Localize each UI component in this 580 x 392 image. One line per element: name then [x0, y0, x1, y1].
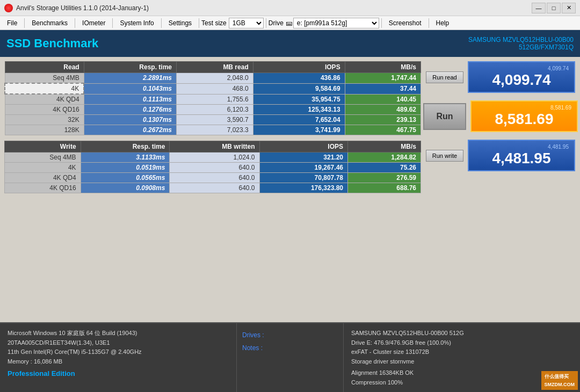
table-row: 4K QD4 0.0565ms 640.0 70,807.78 276.59: [5, 173, 421, 183]
menu-sep-6: [266, 18, 266, 28]
run-total-row: Run 8,581.69 8,581.69: [423, 100, 578, 132]
iops-col-header: IOPS: [253, 62, 345, 73]
mb-cell: 1,755.6: [177, 94, 253, 105]
drive-detail-5: Alignment 16384KB OK: [351, 368, 572, 378]
mb-cell: 3,590.7: [177, 115, 253, 125]
run-read-row: Run read 4,099.74 4,099.74: [425, 61, 576, 93]
drive-detail-6: Compression 100%: [351, 378, 572, 388]
resp-time-cell: 0.1113ms: [84, 94, 176, 105]
sys-info-text: Microsoft Windows 10 家庭版 64 位 Build (190…: [8, 329, 229, 366]
table-row: 4K QD16 0.0908ms 640.0 176,323.80 688.76: [5, 183, 421, 193]
table-row: 4K QD16 0.1276ms 6,120.3 125,343.13 489.…: [5, 105, 421, 115]
mbs-cell: 239.13: [345, 115, 421, 125]
mbs-col-header-w: MB/s: [347, 141, 421, 153]
mbs-cell: 75.26: [347, 163, 421, 173]
table-row: 4K QD4 0.1113ms 1,755.6 35,954.75 140.45: [5, 94, 421, 105]
menu-sep-4: [161, 18, 162, 28]
resp-time-cell: 0.1276ms: [84, 105, 176, 115]
drive-detail-2: Drive E: 476.9/476.9GB free (100.0%): [351, 338, 572, 348]
menu-sep-1: [24, 18, 25, 28]
resp-time-cell: 3.1133ms: [81, 153, 170, 163]
drive-detail-3: exFAT - Cluster size 131072B: [351, 347, 572, 357]
resp-time-cell: 0.1307ms: [84, 115, 176, 125]
read-score-box: 4,099.74 4,099.74: [468, 61, 575, 93]
mb-written-col-header: MB written: [170, 141, 259, 153]
total-score-box: 8,581.69 8,581.69: [470, 100, 578, 132]
title-bar: Anvil's Storage Utilities 1.1.0 (2014-Ja…: [0, 0, 580, 16]
iops-col-header-w: IOPS: [259, 141, 347, 153]
menu-iometer[interactable]: IOmeter: [77, 17, 110, 29]
window-title: Anvil's Storage Utilities 1.1.0 (2014-Ja…: [16, 4, 149, 12]
professional-edition: Professional Edition: [8, 368, 229, 380]
mbs-cell: 37.44: [345, 83, 421, 94]
mbs-cell: 688.76: [347, 183, 421, 193]
menu-bar: File Benchmarks IOmeter System Info Sett…: [0, 16, 580, 30]
write-score-value: 4,481.95: [474, 150, 569, 167]
mb-cell: 2,048.0: [177, 73, 253, 84]
iops-cell: 9,584.69: [253, 83, 345, 94]
write-score-box: 4,481.95 4,481.95: [468, 140, 575, 171]
menu-sep-3: [112, 18, 113, 28]
read-col-header: Read: [5, 62, 84, 73]
run-button[interactable]: Run: [423, 103, 466, 130]
row-label: 4K QD16: [5, 105, 84, 115]
ssd-header: SSD Benchmark SAMSUNG MZVLQ512HBLU-00B00…: [0, 30, 580, 57]
row-label: Seq 4MB: [5, 153, 81, 163]
menu-settings[interactable]: Settings: [164, 17, 197, 29]
row-label: 4K: [5, 83, 84, 94]
bottom-center-panel: Drives : Notes :: [236, 323, 344, 392]
drive-model-1: SAMSUNG MZVLQ512HBLU-00B00: [468, 36, 574, 43]
menu-sep-5: [199, 18, 199, 28]
resp-time-cell: 2.2891ms: [84, 73, 176, 84]
test-size-label: Test size: [201, 19, 227, 27]
menu-sysinfo[interactable]: System Info: [115, 17, 158, 29]
bottom-bar: Microsoft Windows 10 家庭版 64 位 Build (190…: [0, 322, 580, 392]
menu-help[interactable]: Help: [431, 17, 454, 29]
drive-model-2: 512GB/FXM7301Q: [468, 43, 574, 51]
table-row: Seq 4MB 3.1133ms 1,024.0 321.20 1,284.82: [5, 153, 421, 163]
ssd-title: SSD Benchmark: [6, 37, 98, 50]
run-write-row: Run write 4,481.95 4,481.95: [425, 140, 576, 171]
mb-cell: 640.0: [170, 183, 259, 193]
write-score-label: 4,481.95: [474, 144, 569, 150]
resp-time-cell: 0.0908ms: [81, 183, 170, 193]
menu-file[interactable]: File: [2, 17, 22, 29]
iops-cell: 35,954.75: [253, 94, 345, 105]
mb-cell: 1,024.0: [170, 153, 259, 163]
menu-benchmarks[interactable]: Benchmarks: [27, 17, 73, 29]
drive-select[interactable]: e: [pm991a 512g]: [293, 18, 379, 28]
close-button[interactable]: ✕: [562, 3, 576, 13]
resp-time-cell: 0.1043ms: [84, 83, 176, 94]
table-row: 4K 0.1043ms 468.0 9,584.69 37.44: [5, 83, 421, 94]
mb-cell: 6,120.3: [177, 105, 253, 115]
iops-cell: 70,807.78: [259, 173, 347, 183]
iops-cell: 7,652.04: [253, 115, 345, 125]
mbs-cell: 1,284.82: [347, 153, 421, 163]
total-score-value: 8,581.69: [477, 111, 571, 128]
resp-time-cell: 0.0565ms: [81, 173, 170, 183]
test-size-select[interactable]: 1GB 512MB 256MB: [229, 18, 264, 28]
mb-cell: 640.0: [170, 163, 259, 173]
iops-cell: 3,741.99: [253, 125, 345, 135]
table-row: 128K 0.2672ms 7,023.3 3,741.99 467.75: [5, 125, 421, 135]
mbs-cell: 489.62: [345, 105, 421, 115]
maximize-button[interactable]: □: [547, 3, 561, 13]
notes-label: Notes :: [242, 342, 338, 354]
drive-label: Drive: [269, 19, 284, 27]
mb-cell: 640.0: [170, 173, 259, 183]
run-read-button[interactable]: Run read: [426, 71, 463, 83]
window-controls: — □ ✕: [532, 3, 576, 13]
total-score-label: 8,581.69: [477, 105, 571, 111]
drive-control: Drive 🖴 e: [pm991a 512g]: [269, 18, 379, 28]
resp-time-col-header: Resp. time: [84, 62, 176, 73]
table-row: 4K 0.0519ms 640.0 19,267.46 75.26: [5, 163, 421, 173]
mb-cell: 468.0: [177, 83, 253, 94]
iops-cell: 125,343.13: [253, 105, 345, 115]
resp-time-col-header-w: Resp. time: [81, 141, 170, 153]
run-write-button[interactable]: Run write: [426, 150, 463, 162]
menu-screenshot[interactable]: Screenshot: [384, 17, 426, 29]
row-label: 4K QD4: [5, 94, 84, 105]
minimize-button[interactable]: —: [532, 3, 546, 13]
drive-detail-4: Storage driver stornvme: [351, 357, 572, 367]
read-score-value: 4,099.74: [474, 71, 569, 89]
